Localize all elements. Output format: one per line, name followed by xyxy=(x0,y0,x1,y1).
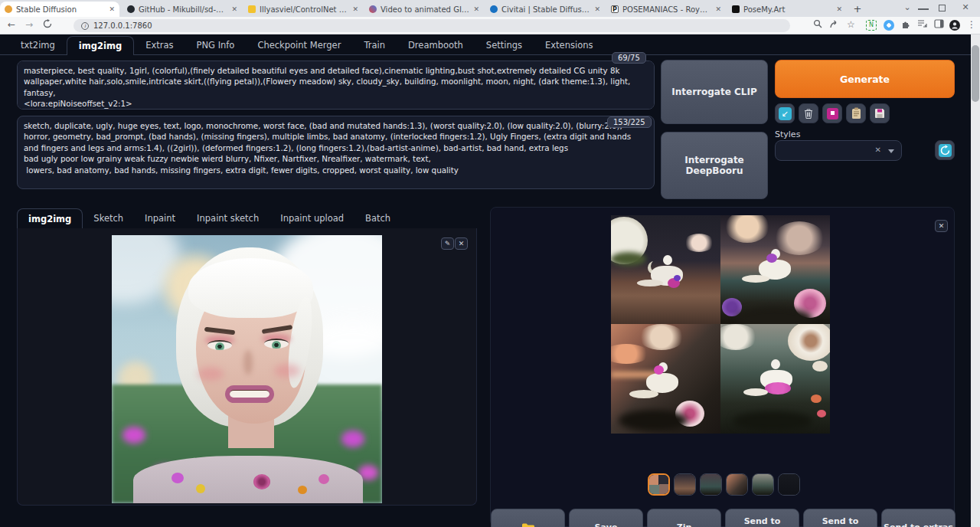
gallery-close-button[interactable]: ✕ xyxy=(935,220,948,232)
refresh-styles-button[interactable] xyxy=(935,140,955,160)
thumbnail-1-selected[interactable] xyxy=(648,473,670,496)
subtab-inpaint[interactable]: Inpaint xyxy=(134,208,186,229)
new-tab-button[interactable]: + xyxy=(851,3,864,15)
controlnet-favicon xyxy=(248,5,256,13)
tab-close-icon[interactable]: ✕ xyxy=(231,5,237,13)
zip-button[interactable]: Zip xyxy=(647,509,721,527)
refresh-icon xyxy=(939,144,952,157)
tab-png-info[interactable]: PNG Info xyxy=(185,36,247,55)
floppy-disk-icon xyxy=(874,108,885,119)
send-to-img2img-button[interactable]: Send to img2img xyxy=(725,509,799,527)
browser-toolbar: ← → i 127.0.0.1:7860 ☆ N ⋮ xyxy=(0,17,980,34)
extension-blue-icon[interactable] xyxy=(884,20,894,31)
browser-tab-posemaniacs[interactable]: P POSEMANIACS - Royalty free 3 ✕ xyxy=(606,2,726,17)
tab-txt2img[interactable]: txt2img xyxy=(9,36,67,55)
browser-menu-icon[interactable]: ⋮ xyxy=(967,19,976,30)
interrogate-deepbooru-button[interactable]: Interrogate DeepBooru xyxy=(661,132,768,199)
generated-image-1[interactable] xyxy=(611,215,720,324)
subtab-sketch[interactable]: Sketch xyxy=(83,208,134,229)
generated-image-4[interactable] xyxy=(720,324,830,434)
extension-n-icon[interactable]: N xyxy=(866,20,877,31)
tab-dreambooth[interactable]: Dreambooth xyxy=(397,36,475,55)
thumbnail-2[interactable] xyxy=(674,473,696,496)
tab-title: Video to animated GIF converter xyxy=(381,5,469,14)
tab-extensions[interactable]: Extensions xyxy=(534,36,604,55)
main-nav-tabs: txt2img img2img Extras PNG Info Checkpoi… xyxy=(9,36,604,55)
chevron-down-icon[interactable]: ⌄ xyxy=(902,2,913,12)
styles-label: Styles xyxy=(775,129,800,139)
address-bar[interactable]: i 127.0.0.1:7860 xyxy=(74,19,790,32)
forward-icon[interactable]: → xyxy=(25,19,33,30)
send-to-inpaint-button[interactable]: Send to inpaint xyxy=(803,509,877,527)
tab-train[interactable]: Train xyxy=(352,36,397,55)
back-icon[interactable]: ← xyxy=(8,19,15,30)
gif-converter-favicon xyxy=(369,5,377,13)
tab-settings[interactable]: Settings xyxy=(475,36,534,55)
thumbnail-6[interactable] xyxy=(778,473,800,496)
maximize-button[interactable] xyxy=(939,2,949,11)
generated-image-3[interactable] xyxy=(611,324,720,434)
generated-image-2[interactable] xyxy=(720,215,830,324)
subtab-inpaint-sketch[interactable]: Inpaint sketch xyxy=(186,208,270,229)
site-info-icon[interactable]: i xyxy=(81,22,89,30)
clipboard-icon xyxy=(851,107,861,119)
tab-img2img[interactable]: img2img xyxy=(67,36,134,55)
subtab-batch[interactable]: Batch xyxy=(354,208,401,229)
profile-avatar[interactable] xyxy=(949,20,960,31)
negative-prompt-input[interactable]: sketch, duplicate, ugly, huge eyes, text… xyxy=(17,116,655,189)
tab-close-icon[interactable]: ✕ xyxy=(594,5,600,13)
thumbnail-3[interactable] xyxy=(700,473,722,496)
tab-close-icon[interactable]: ✕ xyxy=(352,5,358,13)
browser-tab-posemyart[interactable]: PoseMy.Art ✕ xyxy=(727,2,847,17)
positive-prompt-input[interactable]: masterpiece, best quality, 1girl, (color… xyxy=(17,61,655,110)
negative-token-counter: 153/225 xyxy=(607,116,652,128)
save-style-button[interactable] xyxy=(870,103,890,123)
styles-dropdown[interactable]: ✕ xyxy=(775,140,902,161)
browser-tab-gif-converter[interactable]: Video to animated GIF converter ✕ xyxy=(364,2,484,17)
tab-close-icon[interactable]: ✕ xyxy=(473,5,479,13)
browser-tab-stable-diffusion[interactable]: Stable Diffusion ✕ xyxy=(0,2,119,17)
tab-close-icon[interactable]: ✕ xyxy=(109,5,115,13)
civitai-favicon xyxy=(490,5,498,13)
open-folder-button[interactable] xyxy=(491,509,565,527)
generated-image-grid[interactable] xyxy=(611,215,830,434)
side-panel-icon[interactable] xyxy=(934,19,944,28)
url-text: 127.0.0.1:7860 xyxy=(93,21,152,30)
minimize-button[interactable] xyxy=(918,2,929,10)
edit-image-button[interactable]: ✎ xyxy=(441,237,454,250)
clear-prompt-button[interactable] xyxy=(799,103,818,123)
browser-tab-controlnet[interactable]: Illyasviel/ControlNet at main ✕ xyxy=(243,2,363,17)
source-image[interactable] xyxy=(112,235,382,503)
bookmark-star-icon[interactable]: ☆ xyxy=(847,19,855,30)
subtab-img2img[interactable]: img2img xyxy=(17,208,83,229)
browser-tab-civitai[interactable]: Civitai | Stable Diffusion model ✕ xyxy=(485,2,605,17)
send-to-extras-button[interactable]: Send to extras xyxy=(881,509,956,527)
interrogate-clip-button[interactable]: Interrogate CLIP xyxy=(661,60,768,124)
extra-networks-button[interactable] xyxy=(822,103,842,123)
browser-tab-github[interactable]: GitHub - Mikubill/sd-webui-con ✕ xyxy=(122,2,242,17)
share-icon[interactable] xyxy=(830,19,840,28)
subtab-inpaint-upload[interactable]: Inpaint upload xyxy=(270,208,354,229)
browser-tab-strip: Stable Diffusion ✕ GitHub - Mikubill/sd-… xyxy=(0,0,980,17)
scrollbar-thumb[interactable] xyxy=(972,45,979,102)
apply-styles-button[interactable] xyxy=(846,103,866,123)
save-button[interactable]: Save xyxy=(569,509,643,527)
thumbnail-4[interactable] xyxy=(726,473,748,496)
reload-icon[interactable] xyxy=(43,19,52,28)
reading-list-icon[interactable] xyxy=(917,19,927,28)
zoom-icon[interactable] xyxy=(813,19,822,28)
tab-extras[interactable]: Extras xyxy=(134,36,185,55)
extensions-puzzle-icon[interactable] xyxy=(901,19,911,29)
remove-image-button[interactable]: ✕ xyxy=(455,237,468,250)
tab-title: POSEMANIACS - Royalty free 3 xyxy=(622,5,711,14)
tab-checkpoint-merger[interactable]: Checkpoint Merger xyxy=(246,36,352,55)
chevron-down-icon[interactable] xyxy=(888,149,894,153)
paste-params-button[interactable]: ↙ xyxy=(775,103,795,123)
thumbnail-5[interactable] xyxy=(752,473,774,496)
page-scrollbar[interactable] xyxy=(971,34,980,527)
tab-close-icon[interactable]: ✕ xyxy=(836,5,842,13)
tab-close-icon[interactable]: ✕ xyxy=(715,5,721,13)
generate-button[interactable]: Generate xyxy=(775,60,955,98)
styles-clear-icon[interactable]: ✕ xyxy=(875,146,881,154)
window-close-button[interactable]: ✕ xyxy=(960,2,971,12)
